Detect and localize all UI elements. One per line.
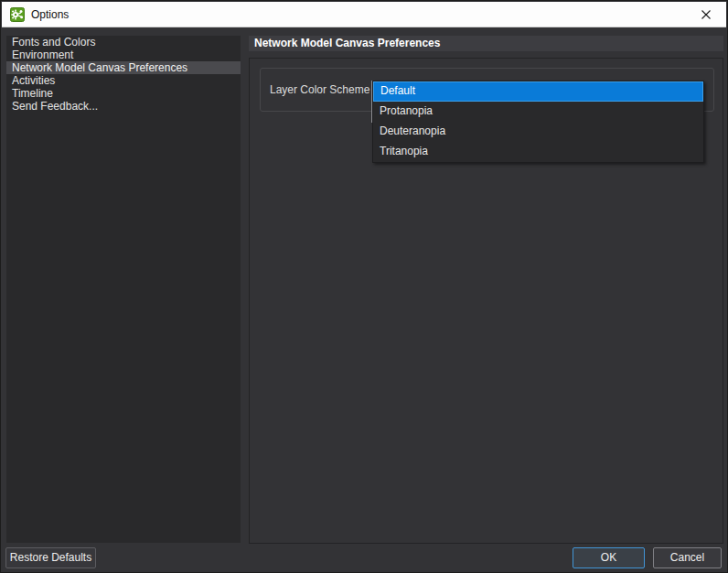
window-title: Options — [31, 8, 69, 21]
sidebar-item-environment[interactable]: Environment — [6, 49, 241, 61]
close-icon — [701, 9, 712, 20]
dropdown-option-protanopia[interactable]: Protanopia — [373, 102, 703, 122]
layer-color-scheme-dropdown: Default Protanopia Deuteranopia Tritanop… — [372, 81, 704, 163]
combobox-border-fragment — [371, 81, 372, 123]
title-bar: Options — [2, 2, 726, 27]
app-logo-icon — [10, 7, 25, 22]
close-button[interactable] — [685, 2, 726, 27]
sidebar-item-activities[interactable]: Activities — [6, 74, 241, 87]
category-list: Fonts and Colors Environment Network Mod… — [6, 36, 241, 543]
options-dialog: Options Fonts and Colors Environment Net… — [0, 0, 728, 573]
dropdown-option-default[interactable]: Default — [373, 81, 703, 102]
sidebar-item-send-feedback[interactable]: Send Feedback... — [6, 100, 241, 113]
restore-defaults-button[interactable]: Restore Defaults — [5, 547, 96, 568]
sidebar-item-fonts-and-colors[interactable]: Fonts and Colors — [6, 36, 241, 49]
sidebar-item-timeline[interactable]: Timeline — [6, 87, 241, 100]
section-header: Network Model Canvas Preferences — [249, 36, 723, 51]
cancel-button[interactable]: Cancel — [653, 547, 722, 568]
dropdown-option-tritanopia[interactable]: Tritanopia — [373, 142, 703, 162]
layer-color-scheme-label: Layer Color Scheme — [270, 83, 369, 96]
sidebar-item-network-model-canvas-preferences[interactable]: Network Model Canvas Preferences — [6, 61, 241, 74]
ok-button[interactable]: OK — [573, 547, 645, 568]
dropdown-option-deuteranopia[interactable]: Deuteranopia — [373, 122, 703, 142]
